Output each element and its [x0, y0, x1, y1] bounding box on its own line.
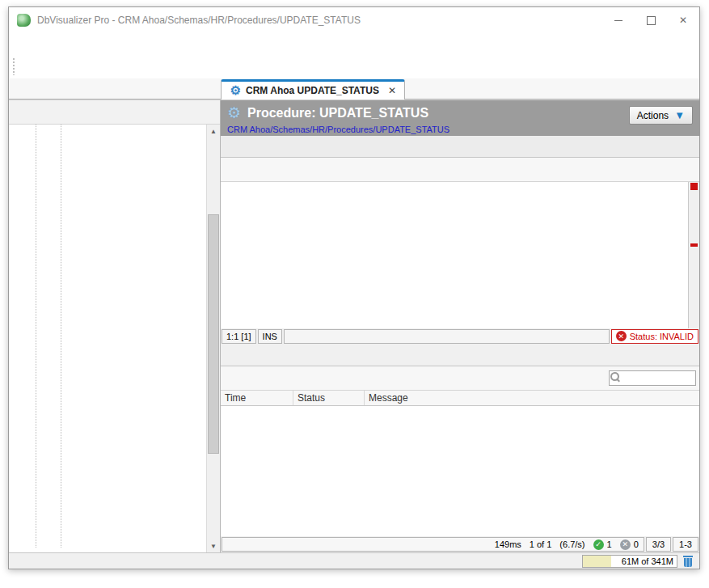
error-marker-top[interactable] [690, 183, 698, 190]
caret-position: 1:1 [1] [222, 329, 256, 344]
document-tab-group: CRM Ahoa UPDATE_STATUS ✕ [221, 79, 699, 99]
range-indicator: 1-3 [673, 537, 698, 552]
app-logo-icon [17, 14, 31, 27]
scroll-up-icon[interactable]: ▲ [207, 125, 220, 137]
maximize-button[interactable] [635, 7, 667, 33]
memory-fill [583, 556, 611, 567]
object-header: ⚙ Procedure: UPDATE_STATUS CRM Ahoa/Sche… [221, 100, 699, 136]
tree-scrollbar[interactable]: ▲ ▼ [206, 125, 220, 552]
document-tab-label: CRM Ahoa UPDATE_STATUS [246, 85, 379, 96]
tree-guide-line [36, 125, 36, 548]
memory-text: 61M of 341M [622, 556, 673, 566]
log-stats: 149ms 1 of 1 (6.7/s) ✓1 ✕0 [222, 537, 644, 552]
tab-close-icon[interactable]: ✕ [388, 85, 396, 96]
app-window: DbVisualizer Pro - CRM Ahoa/Schemas/HR/P… [8, 6, 700, 569]
chevron-down-icon: ▼ [674, 109, 685, 121]
tree-container: ▲ ▼ [9, 125, 220, 552]
object-view-panel: ⚙ Procedure: UPDATE_STATUS CRM Ahoa/Sche… [221, 100, 699, 552]
row-count: 1 of 1 [530, 539, 552, 549]
actions-button[interactable]: Actions ▼ [629, 106, 693, 125]
input-mode-indicator[interactable]: INS [258, 329, 282, 344]
column-header-time[interactable]: Time [221, 391, 293, 405]
log-table-header: Time Status Message [221, 391, 699, 406]
status-text: Status: INVALID [630, 332, 694, 341]
status-badge: ✕ Status: INVALID [611, 329, 698, 344]
error-stripe[interactable] [688, 182, 699, 328]
editor-message-box [284, 329, 610, 344]
tree-toolbar [9, 100, 220, 125]
tab-crm-ahoa-update-status[interactable]: CRM Ahoa UPDATE_STATUS ✕ [221, 79, 405, 99]
database-tree-panel: ▲ ▼ [9, 100, 221, 552]
elapsed-time: 149ms [495, 539, 521, 549]
object-title: Procedure: UPDATE_STATUS [247, 106, 428, 121]
procedure-gear-icon [230, 84, 242, 96]
sql-editor[interactable] [221, 182, 699, 328]
editor-toolbar [221, 158, 699, 182]
success-count: 1 [607, 539, 612, 549]
memory-indicator[interactable]: 61M of 341M [582, 555, 677, 568]
log-footer: 149ms 1 of 1 (6.7/s) ✓1 ✕0 3/3 1-3 [221, 536, 699, 552]
log-table: Time Status Message [221, 391, 699, 537]
code-area[interactable] [221, 182, 688, 328]
menu-bar [9, 33, 699, 54]
column-header-status[interactable]: Status [293, 391, 365, 405]
rate: (6.7/s) [559, 539, 585, 549]
garbage-collect-icon[interactable] [680, 553, 696, 569]
scrollbar-thumb[interactable] [208, 214, 219, 454]
minimize-button[interactable] [602, 7, 635, 33]
actions-label: Actions [637, 110, 669, 121]
title-bar: DbVisualizer Pro - CRM Ahoa/Schemas/HR/P… [9, 7, 699, 33]
log-toolbar [221, 366, 699, 391]
tree-guide-line [61, 125, 61, 548]
search-icon [610, 371, 622, 384]
fail-circle-icon: ✕ [620, 539, 631, 550]
breadcrumb: CRM Ahoa/Schemas/HR/Procedures/UPDATE_ST… [227, 125, 693, 134]
error-circle-icon: ✕ [616, 331, 627, 341]
procedure-gear-icon: ⚙ [227, 104, 241, 122]
editor-status-row: 1:1 [1] INS ✕ Status: INVALID [221, 328, 699, 345]
rows-indicator: 3/3 [646, 537, 671, 552]
object-tab-row [221, 136, 699, 158]
log-search-box[interactable] [609, 370, 696, 386]
success-circle-icon: ✓ [593, 539, 604, 550]
close-button[interactable] [667, 7, 699, 33]
scroll-down-icon[interactable]: ▼ [207, 539, 220, 552]
app-status-bar: 61M of 341M [9, 552, 699, 569]
main-toolbar [9, 54, 699, 78]
window-title: DbVisualizer Pro - CRM Ahoa/Schemas/HR/P… [37, 15, 602, 26]
error-marker-line7[interactable] [690, 243, 698, 247]
toolbar-grip[interactable] [12, 57, 16, 75]
column-header-message[interactable]: Message [365, 391, 699, 405]
fail-count: 0 [634, 539, 639, 549]
log-tab-row [221, 345, 699, 366]
search-input[interactable] [622, 372, 695, 384]
tab-row: CRM Ahoa UPDATE_STATUS ✕ [9, 78, 699, 99]
